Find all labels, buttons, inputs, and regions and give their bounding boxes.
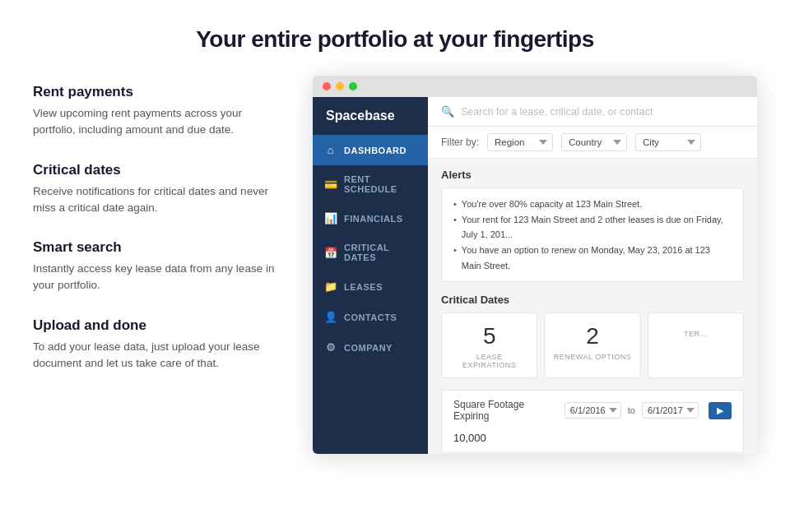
sidebar-brand: Spacebase <box>313 97 428 135</box>
main-content: 🔍 Search for a lease, critical date, or … <box>428 97 757 454</box>
sidebar-item-rent-schedule[interactable]: 💳 Rent Schedule <box>313 165 428 203</box>
sidebar-label-contacts: Contacts <box>344 312 397 322</box>
sidebar-item-contacts[interactable]: 👤 Contacts <box>313 302 428 332</box>
contacts-icon: 👤 <box>324 311 337 323</box>
feature-desc-rent-payments: View upcoming rent payments across your … <box>33 105 280 139</box>
critical-date-label: Lease Expirations <box>448 353 530 369</box>
sidebar: Spacebase ⌂ Dashboard 💳 Rent Schedule 📊 … <box>313 97 428 454</box>
critical-dates-section-title: Critical Dates <box>441 294 744 306</box>
alerts-box: You're over 80% capacity at 123 Main Str… <box>441 187 744 282</box>
sqft-from-date[interactable]: 6/1/2016 <box>565 402 621 419</box>
app-body: Spacebase ⌂ Dashboard 💳 Rent Schedule 📊 … <box>313 97 757 454</box>
leases-icon: 📁 <box>324 280 337 293</box>
feature-rent-payments: Rent payments View upcoming rent payment… <box>33 84 280 139</box>
feature-title-critical-dates: Critical dates <box>33 162 280 178</box>
content-area: Alerts You're over 80% capacity at 123 M… <box>428 159 757 454</box>
feature-critical-dates: Critical dates Receive notifications for… <box>33 162 280 217</box>
filter-label: Filter by: <box>441 136 479 148</box>
app-window: Spacebase ⌂ Dashboard 💳 Rent Schedule 📊 … <box>313 76 757 454</box>
sidebar-label-leases: Leases <box>344 282 383 292</box>
sidebar-item-leases[interactable]: 📁 Leases <box>313 271 428 302</box>
critical-date-label: Ter... <box>655 330 737 338</box>
critical-date-number: 2 <box>551 325 633 348</box>
country-filter[interactable]: Country <box>561 133 627 151</box>
feature-desc-critical-dates: Receive notifications for critical dates… <box>33 183 280 217</box>
alerts-section-title: Alerts <box>441 169 744 181</box>
sidebar-item-critical-dates[interactable]: 📅 Critical Dates <box>313 234 428 271</box>
sidebar-label-financials: Financials <box>344 214 403 224</box>
region-filter[interactable]: Region <box>487 133 553 151</box>
sqft-bar: Square Footage Expiring 6/1/2016 to 6/1/… <box>441 390 744 453</box>
dashboard-icon: ⌂ <box>324 144 337 156</box>
filter-bar: Filter by: Region Country City <box>428 127 757 159</box>
sidebar-item-financials[interactable]: 📊 Financials <box>313 203 428 234</box>
feature-desc-smart-search: Instantly access key lease data from any… <box>33 261 280 294</box>
critical-date-card: 5 Lease Expirations <box>441 312 537 378</box>
features-column: Rent payments View upcoming rent payment… <box>33 76 280 454</box>
sqft-title: Square Footage Expiring <box>453 399 558 422</box>
alert-item: Your rent for 123 Main Street and 2 othe… <box>453 212 732 243</box>
financials-icon: 📊 <box>324 212 337 224</box>
feature-title-rent-payments: Rent payments <box>33 84 280 100</box>
sidebar-label-critical-dates: Critical Dates <box>344 243 416 262</box>
sqft-value: 10,000 <box>453 428 732 444</box>
close-dot[interactable] <box>323 82 331 90</box>
sidebar-item-company[interactable]: ⚙ Company <box>313 332 428 363</box>
critical-date-card: 2 Renewal Options <box>544 312 640 378</box>
city-filter[interactable]: City <box>635 133 701 151</box>
feature-smart-search: Smart search Instantly access key lease … <box>33 239 280 294</box>
critical-date-card: Ter... <box>648 312 744 378</box>
minimize-dot[interactable] <box>336 82 344 90</box>
alert-item: You have an option to renew on Monday, M… <box>453 243 732 273</box>
search-icon: 🔍 <box>441 105 454 118</box>
sidebar-nav: ⌂ Dashboard 💳 Rent Schedule 📊 Financials… <box>313 135 428 454</box>
page-title: Your entire portfolio at your fingertips <box>0 0 790 76</box>
sqft-header: Square Footage Expiring 6/1/2016 to 6/1/… <box>453 399 732 422</box>
feature-upload-done: Upload and done To add your lease data, … <box>33 317 280 372</box>
sidebar-label-rent-schedule: Rent Schedule <box>344 174 416 194</box>
search-placeholder-text[interactable]: Search for a lease, critical date, or co… <box>461 106 653 118</box>
rent-schedule-icon: 💳 <box>324 178 337 191</box>
feature-desc-upload-done: To add your lease data, just upload your… <box>33 339 280 372</box>
sqft-to-date[interactable]: 6/1/2017 <box>642 402 699 419</box>
feature-title-upload-done: Upload and done <box>33 317 280 334</box>
search-bar: 🔍 Search for a lease, critical date, or … <box>428 97 757 127</box>
main-layout: Rent payments View upcoming rent payment… <box>0 76 790 454</box>
sidebar-item-dashboard[interactable]: ⌂ Dashboard <box>313 135 428 165</box>
critical-date-label: Renewal Options <box>551 353 633 361</box>
sidebar-label-company: Company <box>344 343 393 353</box>
company-icon: ⚙ <box>324 341 337 354</box>
sidebar-label-dashboard: Dashboard <box>344 146 407 155</box>
title-bar <box>313 76 757 97</box>
sqft-go-button[interactable]: ▶ <box>709 402 732 419</box>
alert-item: You're over 80% capacity at 123 Main Str… <box>453 197 732 212</box>
feature-title-smart-search: Smart search <box>33 239 280 256</box>
critical-dates-row: 5 Lease Expirations 2 Renewal Options Te… <box>441 312 744 378</box>
critical-dates-icon: 📅 <box>324 247 337 259</box>
sqft-to-label: to <box>628 405 635 415</box>
critical-date-number: 5 <box>448 325 530 348</box>
maximize-dot[interactable] <box>349 82 357 90</box>
